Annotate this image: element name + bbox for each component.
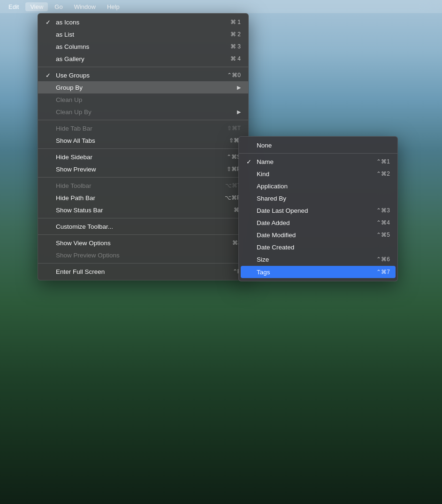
menu-customize-toolbar[interactable]: Customize Toolbar... [38, 220, 248, 233]
hide-sidebar-label: Hide Sidebar [56, 154, 92, 161]
submenu-name[interactable]: ✓ Name ⌃⌘1 [239, 155, 397, 168]
date-created-label: Date Created [257, 244, 294, 251]
hide-toolbar-label: Hide Toolbar [56, 182, 91, 189]
hide-tab-bar-shortcut: ⇧⌘T [227, 125, 241, 132]
customize-toolbar-label: Customize Toolbar... [56, 223, 113, 230]
date-modified-shortcut: ⌃⌘5 [376, 232, 390, 238]
clean-up-by-label: Clean Up By [56, 109, 91, 116]
show-view-options-label: Show View Options [56, 240, 111, 247]
hide-tab-bar-label: Hide Tab Bar [56, 125, 92, 132]
divider-5 [38, 218, 248, 218]
menu-window[interactable]: Window [69, 2, 100, 11]
submenu-date-added[interactable]: Date Added ⌃⌘4 [239, 217, 397, 229]
divider-7 [38, 263, 248, 264]
date-last-opened-label: Date Last Opened [257, 207, 308, 214]
show-preview-options-label: Show Preview Options [56, 252, 120, 259]
hide-path-bar-label: Hide Path Bar [56, 194, 95, 202]
as-columns-label: as Columns [56, 43, 89, 50]
menu-hide-toolbar: Hide Toolbar ⌥⌘T [38, 179, 248, 192]
submenu-size[interactable]: Size ⌃⌘6 [239, 253, 397, 265]
application-label: Application [257, 183, 288, 190]
size-label: Size [257, 256, 269, 263]
menu-help[interactable]: Help [102, 2, 124, 11]
clean-up-by-arrow: ▶ [237, 109, 241, 115]
menu-go[interactable]: Go [50, 2, 67, 11]
divider-1 [38, 67, 248, 67]
menu-edit[interactable]: Edit [4, 2, 23, 11]
submenu-date-created[interactable]: Date Created [239, 241, 397, 253]
submenu-divider-1 [239, 153, 397, 154]
date-added-shortcut: ⌃⌘4 [376, 219, 390, 226]
menu-group-by[interactable]: Group By ▶ [38, 81, 248, 93]
as-list-label: as List [56, 31, 74, 38]
name-shortcut: ⌃⌘1 [376, 158, 390, 165]
divider-4 [38, 177, 248, 178]
menu-as-icons[interactable]: ✓ as Icons ⌘ 1 [38, 16, 248, 28]
submenu-date-last-opened[interactable]: Date Last Opened ⌃⌘3 [239, 204, 397, 217]
tags-label: Tags [257, 269, 270, 276]
menu-show-status-bar[interactable]: Show Status Bar ⌘/ [38, 204, 248, 216]
menu-hide-sidebar[interactable]: Hide Sidebar ⌃⌘S [38, 151, 248, 163]
group-by-label: Group By [56, 84, 83, 91]
submenu-date-modified[interactable]: Date Modified ⌃⌘5 [239, 229, 397, 241]
menu-view[interactable]: View [25, 2, 48, 11]
menubar: Edit View Go Window Help [0, 0, 442, 13]
date-added-label: Date Added [257, 219, 290, 226]
submenu-tags[interactable]: Tags ⌃⌘7 [241, 266, 396, 278]
menu-use-groups[interactable]: ✓ Use Groups ⌃⌘0 [38, 69, 248, 81]
use-groups-checkmark: ✓ [46, 72, 52, 79]
menu-as-columns[interactable]: as Columns ⌘ 3 [38, 40, 248, 53]
as-list-shortcut: ⌘ 2 [230, 31, 241, 38]
divider-6 [38, 234, 248, 235]
as-icons-label: as Icons [56, 19, 79, 26]
none-label: None [257, 142, 272, 149]
menu-show-view-options[interactable]: Show View Options ⌘J [38, 237, 248, 249]
menu-hide-tab-bar: Hide Tab Bar ⇧⌘T [38, 122, 248, 134]
date-last-opened-shortcut: ⌃⌘3 [376, 207, 390, 214]
menu-as-gallery[interactable]: as Gallery ⌘ 4 [38, 53, 248, 65]
menu-show-all-tabs[interactable]: Show All Tabs ⇧⌘\ [38, 134, 248, 147]
use-groups-label: Use Groups [56, 72, 90, 79]
use-groups-shortcut: ⌃⌘0 [227, 72, 241, 78]
menu-show-preview-options: Show Preview Options [38, 249, 248, 261]
as-icons-shortcut: ⌘ 1 [230, 19, 241, 25]
menu-show-preview[interactable]: Show Preview ⇧⌘P [38, 163, 248, 175]
submenu-shared-by[interactable]: Shared By [239, 192, 397, 204]
show-preview-label: Show Preview [56, 166, 96, 173]
as-columns-shortcut: ⌘ 3 [230, 43, 241, 50]
enter-full-screen-label: Enter Full Screen [56, 268, 105, 275]
size-shortcut: ⌃⌘6 [376, 256, 390, 263]
as-icons-checkmark: ✓ [46, 19, 52, 26]
kind-label: Kind [257, 171, 269, 178]
submenu-none[interactable]: None [239, 139, 397, 151]
menu-enter-full-screen[interactable]: Enter Full Screen ⌃F [38, 265, 248, 278]
divider-3 [38, 148, 248, 149]
divider-2 [38, 120, 248, 120]
view-dropdown-menu: ✓ as Icons ⌘ 1 as List ⌘ 2 as Columns ⌘ … [38, 13, 249, 280]
menu-clean-up: Clean Up [38, 93, 248, 106]
name-label: Name [257, 158, 274, 165]
group-by-submenu: None ✓ Name ⌃⌘1 Kind ⌃⌘2 Application Sha… [238, 136, 398, 281]
name-checkmark: ✓ [246, 158, 253, 165]
menu-as-list[interactable]: as List ⌘ 2 [38, 28, 248, 40]
group-by-arrow: ▶ [237, 85, 241, 91]
submenu-application[interactable]: Application [239, 180, 397, 192]
as-gallery-label: as Gallery [56, 55, 84, 62]
tags-shortcut: ⌃⌘7 [376, 269, 390, 275]
submenu-kind[interactable]: Kind ⌃⌘2 [239, 168, 397, 180]
date-modified-label: Date Modified [257, 232, 296, 239]
shared-by-label: Shared By [257, 195, 286, 202]
menu-hide-path-bar[interactable]: Hide Path Bar ⌥⌘P [38, 192, 248, 204]
kind-shortcut: ⌃⌘2 [376, 171, 390, 177]
show-all-tabs-label: Show All Tabs [56, 137, 95, 144]
menu-clean-up-by: Clean Up By ▶ [38, 106, 248, 118]
clean-up-label: Clean Up [56, 96, 82, 103]
show-status-bar-label: Show Status Bar [56, 207, 103, 214]
as-gallery-shortcut: ⌘ 4 [230, 55, 241, 62]
